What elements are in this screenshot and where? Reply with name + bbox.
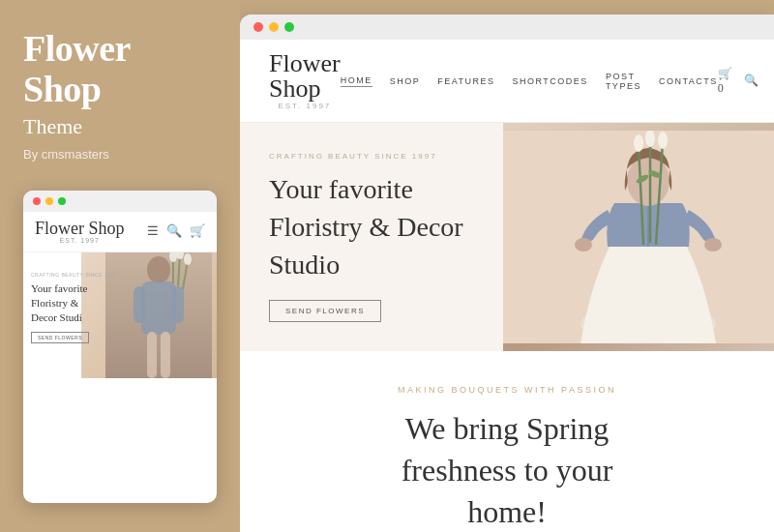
dot-yellow <box>269 22 279 32</box>
svg-rect-4 <box>147 332 157 378</box>
svg-point-15 <box>575 238 592 251</box>
svg-point-23 <box>658 132 668 149</box>
site-nav-links: HOME SHOP FEATURES SHORTCODES POST TYPES… <box>341 72 718 91</box>
main-browser: Flower Shop EST. 1997 HOME SHOP FEATURES… <box>240 15 774 532</box>
hero-heading: Your favorite Floristry & Decor Studio <box>269 170 474 284</box>
nav-features[interactable]: FEATURES <box>437 76 494 86</box>
mini-browser-preview: Flower Shop EST. 1997 ☰ 🔍 🛒 <box>23 191 217 503</box>
mini-send-flowers-button[interactable]: SEND FLOWERS <box>31 332 89 343</box>
nav-shop[interactable]: SHOP <box>390 76 421 86</box>
mini-hero-text-area: CRAFTING BEAUTY SINCE 1997 Your favorite… <box>31 272 147 343</box>
site-nav: Flower Shop EST. 1997 HOME SHOP FEATURES… <box>240 40 774 123</box>
main-subtitle: Theme <box>23 114 217 139</box>
browser-bar <box>240 15 774 40</box>
byline: By cmsmasters <box>23 147 217 162</box>
svg-point-9 <box>169 252 177 262</box>
dot-red <box>253 22 263 32</box>
nav-contacts[interactable]: CONTACTS <box>659 76 718 86</box>
mini-hero: CRAFTING BEAUTY SINCE 1997 Your favorite… <box>23 252 217 378</box>
svg-rect-5 <box>161 332 170 378</box>
hero-left: CRAFTING BEAUTY SINCE 1997 Your favorite… <box>240 123 503 351</box>
site-logo: Flower Shop EST. 1997 <box>269 51 341 110</box>
mini-nav: Flower Shop EST. 1997 ☰ 🔍 🛒 <box>23 212 217 252</box>
site-logo-text: Flower Shop <box>269 51 341 102</box>
mini-dot-red <box>33 197 41 205</box>
mini-cart-icon: 🛒 <box>190 223 205 239</box>
second-section: MAKING BOUQUETS WITH PASSION We bring Sp… <box>240 351 774 532</box>
mini-menu-icon: ☰ <box>147 223 159 239</box>
cart-label[interactable]: 🛒 0 <box>718 67 732 96</box>
mini-browser-content: Flower Shop EST. 1997 ☰ 🔍 🛒 <box>23 212 217 378</box>
svg-point-11 <box>184 253 192 265</box>
search-icon[interactable]: 🔍 <box>744 74 759 88</box>
left-panel: Flower Shop Theme By cmsmasters Flower S… <box>0 0 240 532</box>
svg-point-16 <box>704 238 722 251</box>
send-flowers-button[interactable]: SEND FLOWERS <box>269 300 381 322</box>
main-title: Flower Shop <box>23 29 217 110</box>
browser-content: Flower Shop EST. 1997 HOME SHOP FEATURES… <box>240 40 774 532</box>
nav-post-types[interactable]: POST TYPES <box>606 72 641 91</box>
hero-crafting-label: CRAFTING BEAUTY SINCE 1997 <box>269 152 474 161</box>
mini-dot-green <box>58 197 66 205</box>
svg-rect-3 <box>172 286 184 323</box>
svg-point-10 <box>176 252 184 259</box>
site-logo-est: EST. 1997 <box>278 102 331 110</box>
mini-dot-yellow <box>45 197 53 205</box>
nav-icons: 🛒 0 🔍 <box>718 67 759 96</box>
hero-image <box>503 123 774 351</box>
nav-home[interactable]: HOME <box>341 75 372 87</box>
mini-hero-heading: Your favorite Floristry & Decor Studi <box>31 281 147 326</box>
mini-crafting-label: CRAFTING BEAUTY SINCE 1997 <box>31 272 147 278</box>
mini-browser-bar <box>23 191 217 212</box>
mini-logo: Flower Shop EST. 1997 <box>35 220 125 244</box>
mini-nav-icons: ☰ 🔍 🛒 <box>147 223 205 239</box>
nav-shortcodes[interactable]: SHORTCODES <box>513 76 588 86</box>
mini-logo-text: Flower Shop <box>35 220 125 237</box>
hero-section: CRAFTING BEAUTY SINCE 1997 Your favorite… <box>240 123 774 351</box>
hero-right <box>503 123 774 351</box>
section-subtitle: MAKING BOUQUETS WITH PASSION <box>269 385 745 395</box>
svg-point-17 <box>627 156 670 206</box>
section-heading: We bring Spring freshness to your home! <box>269 408 745 532</box>
svg-point-21 <box>634 134 643 152</box>
mini-search-icon: 🔍 <box>166 223 182 239</box>
dot-green <box>284 22 294 32</box>
svg-point-0 <box>147 256 170 283</box>
mini-logo-est: EST. 1997 <box>35 237 125 244</box>
